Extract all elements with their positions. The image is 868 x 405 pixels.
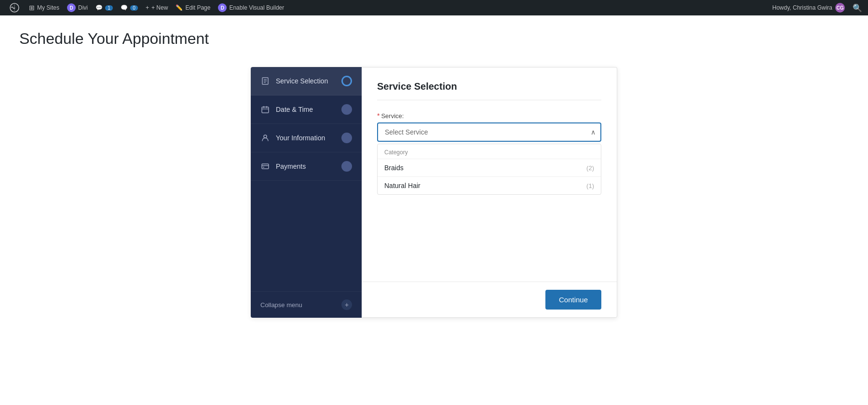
date-time-icon — [260, 106, 270, 113]
sidebar-step-service-selection[interactable]: Service Selection — [251, 67, 362, 95]
speech-icon: 🗨️ — [121, 4, 128, 11]
sidebar-step-date-time[interactable]: Date & Time — [251, 95, 362, 124]
collapse-icon: + — [341, 299, 352, 310]
bubbles-count: 0 — [130, 5, 138, 11]
page-title: Schedule Your Appointment — [19, 30, 849, 48]
step-circle-3 — [341, 133, 352, 143]
admin-bar: ⊞ My Sites D Divi 💬 1 🗨️ 0 + + New ✏️ Ed… — [0, 0, 868, 15]
dropdown-item-natural-hair[interactable]: Natural Hair (1) — [378, 176, 601, 194]
booking-panel: Service Selection * Service: Select Serv… — [362, 68, 617, 282]
pencil-icon: ✏️ — [176, 4, 183, 11]
avatar: CG — [835, 3, 845, 13]
bubble-icon: 💬 — [95, 4, 103, 11]
service-dropdown: Category Braids (2) Natural Hair (1) — [377, 144, 601, 195]
sidebar-spacer — [251, 181, 362, 291]
edit-page-label: Edit Page — [185, 4, 210, 11]
your-information-label: Your Information — [276, 134, 336, 142]
natural-hair-label: Natural Hair — [384, 182, 420, 189]
comments-item[interactable]: 💬 1 — [92, 0, 117, 15]
svg-rect-5 — [262, 107, 269, 113]
panel-title: Service Selection — [377, 81, 601, 100]
bubbles-item[interactable]: 🗨️ 0 — [117, 0, 142, 15]
braids-label: Braids — [384, 164, 404, 172]
edit-page-item[interactable]: ✏️ Edit Page — [172, 0, 214, 15]
required-asterisk: * — [377, 112, 380, 120]
comments-count: 1 — [105, 5, 113, 11]
service-select[interactable]: Select Service — [377, 122, 601, 142]
sidebar-step-payments[interactable]: Payments — [251, 152, 362, 181]
divi-badge-icon: D — [67, 3, 76, 12]
svg-rect-12 — [263, 167, 264, 168]
svg-point-9 — [264, 135, 267, 138]
booking-footer: Continue — [362, 282, 617, 317]
booking-main: Service Selection * Service: Select Serv… — [362, 67, 617, 318]
step-circle-1 — [341, 76, 352, 86]
braids-count: (2) — [586, 164, 594, 172]
collapse-menu[interactable]: Collapse menu + — [251, 291, 362, 318]
select-placeholder: Select Service — [385, 128, 428, 136]
service-select-wrapper: Select Service ∧ — [377, 122, 601, 142]
booking-widget: Service Selection Date & Time — [251, 67, 617, 318]
service-selection-icon — [260, 77, 270, 85]
step-circle-2 — [341, 104, 352, 115]
step-circle-4 — [341, 161, 352, 172]
divi-label: Divi — [78, 4, 88, 11]
sites-icon: ⊞ — [29, 4, 35, 12]
sidebar-step-your-information[interactable]: Your Information — [251, 124, 362, 152]
service-label-text: Service: — [381, 112, 404, 120]
service-field-label: * Service: — [377, 112, 601, 120]
dropdown-category-label: Category — [378, 144, 601, 159]
wp-logo-item[interactable] — [4, 0, 25, 15]
new-item[interactable]: + + New — [142, 0, 172, 15]
main-content: Schedule Your Appointment Service Select… — [0, 15, 868, 405]
collapse-menu-label: Collapse menu — [260, 301, 302, 309]
service-field-group: * Service: Select Service ∧ Category Bra — [377, 112, 601, 195]
my-sites-item[interactable]: ⊞ My Sites — [25, 0, 63, 15]
howdy-text: Howdy, Christina Gwira — [773, 4, 832, 11]
your-information-icon — [260, 134, 270, 142]
natural-hair-count: (1) — [586, 182, 594, 189]
booking-sidebar: Service Selection Date & Time — [251, 67, 362, 318]
payments-icon — [260, 162, 270, 170]
payments-label: Payments — [276, 162, 336, 170]
divi-vb-icon: D — [218, 3, 227, 12]
visual-builder-label: Enable Visual Builder — [229, 4, 284, 11]
howdy-item[interactable]: Howdy, Christina Gwira CG — [769, 3, 849, 13]
plus-icon: + — [146, 4, 149, 11]
dropdown-item-braids[interactable]: Braids (2) — [378, 159, 601, 176]
continue-button[interactable]: Continue — [545, 290, 601, 310]
divi-item[interactable]: D Divi — [63, 0, 92, 15]
wp-logo-icon — [8, 1, 21, 14]
my-sites-label: My Sites — [37, 4, 59, 11]
search-icon[interactable]: 🔍 — [851, 1, 864, 14]
date-time-label: Date & Time — [276, 106, 336, 113]
new-label: + New — [151, 4, 168, 11]
service-selection-label: Service Selection — [276, 77, 336, 85]
admin-bar-right: Howdy, Christina Gwira CG 🔍 — [769, 1, 864, 14]
visual-builder-item[interactable]: D Enable Visual Builder — [214, 0, 288, 15]
svg-rect-10 — [262, 164, 269, 169]
